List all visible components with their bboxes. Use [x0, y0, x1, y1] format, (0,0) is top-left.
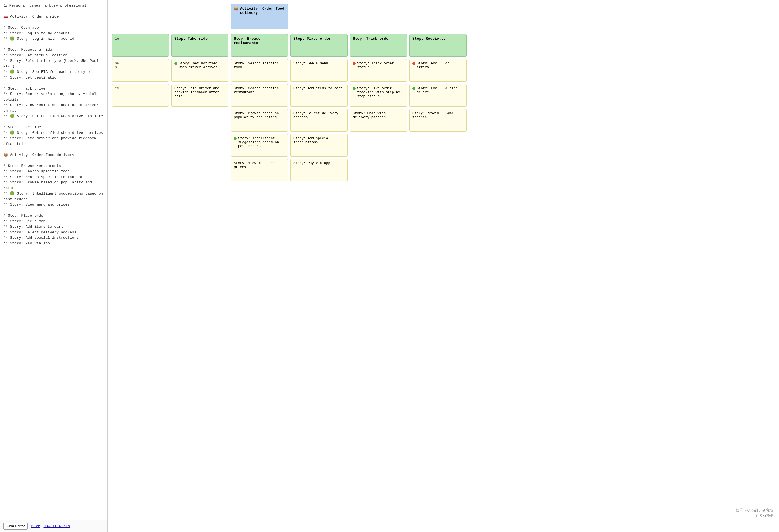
- story-partial-1: nen: [112, 59, 169, 82]
- col-partial-step: le: [111, 33, 170, 58]
- col-take-ride-story4: [170, 133, 230, 158]
- col-partial-story2: ed: [111, 83, 170, 108]
- step-take-ride: Step: Take ride: [171, 34, 229, 57]
- col-partial-story5: [111, 158, 170, 183]
- story-provide-feedback: Story: Provid... and feedbac...: [409, 109, 467, 132]
- story-search-specific-restaurant: Story: Search specific restaurant: [231, 84, 288, 107]
- watermark-line2: STORYMAP: [756, 514, 773, 518]
- step-track-order: Step: Track order: [350, 34, 407, 57]
- col-browse-story3: Story: Browse based on popularity and ra…: [230, 108, 289, 133]
- green-dot-icon: [174, 62, 177, 65]
- col-receive-step: Step: Receiv...: [408, 33, 468, 58]
- col-place-order-activity: [289, 3, 349, 33]
- story-track-order-status: Story: Track order status: [350, 59, 407, 82]
- save-link[interactable]: Save: [31, 524, 40, 528]
- story-view-menu-prices: Story: View menu and prices: [231, 159, 288, 181]
- story-browse-popularity: Story: Browse based on popularity and ra…: [231, 109, 288, 132]
- col-track-order-story1: Story: Track order status: [349, 58, 408, 83]
- col-browse-story1: Story: Search specific food: [230, 58, 289, 83]
- watermark-line1: 知乎 @无为设计研究所: [736, 508, 773, 513]
- col-receive-story1: Story: Foo... on arrival: [408, 58, 468, 83]
- col-track-order-story5: [349, 158, 408, 183]
- col-take-ride-story5: [170, 158, 230, 183]
- storymap: 📦 Activity: Order food delivery le Step:…: [108, 0, 779, 185]
- col-receive-story5: [408, 158, 468, 183]
- col-browse-story5: Story: View menu and prices: [230, 158, 289, 183]
- story-add-special-instructions: Story: Add special instructions: [290, 134, 348, 157]
- hide-editor-button[interactable]: Hide Editor: [3, 523, 28, 530]
- editor-panel: 🗂 Persona: James, a busy professional 🚗 …: [0, 0, 108, 532]
- col-browse-restaurants-activity: 📦 Activity: Order food delivery: [230, 3, 289, 33]
- col-partial-story1: nen: [111, 58, 170, 83]
- col-track-order-story2: Story: Live order tracking with step-by-…: [349, 83, 408, 108]
- col-partial-story4: [111, 133, 170, 158]
- col-take-ride-activity: [170, 3, 230, 33]
- col-take-ride-step: Step: Take ride: [170, 33, 230, 58]
- col-place-order-story3: Story: Select delivery address: [289, 108, 349, 133]
- story-foo-on-arrival: Story: Foo... on arrival: [409, 59, 467, 82]
- col-browse-story2: Story: Search specific restaurant: [230, 83, 289, 108]
- col-browse-story4: Story: Intelligent suggestions based on …: [230, 133, 289, 158]
- col-take-ride-story3: [170, 108, 230, 133]
- col-track-order-step: Step: Track order: [349, 33, 408, 58]
- col-receive-activity: [408, 3, 468, 33]
- col-receive-story3: Story: Provid... and feedbac...: [408, 108, 468, 133]
- watermark: 知乎 @无为设计研究所 STORYMAP: [736, 508, 773, 518]
- col-place-order-story1: Story: See a menu: [289, 58, 349, 83]
- story-select-delivery-address: Story: Select delivery address: [290, 109, 348, 132]
- step-receive: Step: Receiv...: [409, 34, 467, 57]
- col-track-order-activity: [349, 3, 408, 33]
- step-browse-restaurants: Step: Browse restaurants: [231, 34, 288, 57]
- col-place-order-step: Step: Place order: [289, 33, 349, 58]
- story-notified-driver-arrives: Story: Get notified when driver arrives: [171, 59, 229, 82]
- story-search-specific-food: Story: Search specific food: [231, 59, 288, 82]
- col-place-order-story5: Story: Pay via app: [289, 158, 349, 183]
- activity-label: Activity: Order food delivery: [240, 6, 285, 15]
- story-see-a-menu: Story: See a menu: [290, 59, 348, 82]
- green-dot-icon-3: [413, 87, 415, 90]
- story-live-order-tracking: Story: Live order tracking with step-by-…: [350, 84, 407, 107]
- red-dot-icon: [353, 62, 356, 65]
- food-delivery-icon: 📦: [234, 6, 238, 11]
- col-take-ride-story2: Story: Rate driver and provide feedback …: [170, 83, 230, 108]
- step-partial: le: [112, 34, 169, 57]
- story-foo-during-delivery: Story: Foo... during delive...: [409, 84, 467, 107]
- col-receive-story2: Story: Foo... during delive...: [408, 83, 468, 108]
- green-dot-icon-2: [353, 87, 356, 90]
- col-place-order-story2: Story: Add items to cart: [289, 83, 349, 108]
- col-place-order-story4: Story: Add special instructions: [289, 133, 349, 158]
- col-partial-story3: [111, 108, 170, 133]
- story-pay-via-app: Story: Pay via app: [290, 159, 348, 181]
- activity-order-food-delivery: 📦 Activity: Order food delivery: [231, 4, 288, 29]
- how-it-works-link[interactable]: How it works: [44, 524, 70, 528]
- story-rate-driver: Story: Rate driver and provide feedback …: [171, 84, 229, 107]
- story-intelligent-suggestions: Story: Intelligent suggestions based on …: [231, 134, 288, 157]
- story-add-items-to-cart: Story: Add items to cart: [290, 84, 348, 107]
- canvas-panel[interactable]: 📦 Activity: Order food delivery le Step:…: [108, 0, 779, 532]
- editor-textarea[interactable]: 🗂 Persona: James, a busy professional 🚗 …: [0, 0, 108, 520]
- red-dot-icon-2: [413, 62, 415, 65]
- col-track-order-story3: Story: Chat with delivery partner: [349, 108, 408, 133]
- col-track-order-story4: [349, 133, 408, 158]
- story-chat-with-delivery-partner: Story: Chat with delivery partner: [350, 109, 407, 132]
- editor-bottom-bar: Hide Editor Save How it works: [0, 520, 108, 532]
- story-partial-2: ed: [112, 84, 169, 107]
- col-browse-restaurants-step: Step: Browse restaurants: [230, 33, 289, 58]
- col-partial-activity: [111, 3, 170, 33]
- col-take-ride-story1: Story: Get notified when driver arrives: [170, 58, 230, 83]
- col-receive-story4: [408, 133, 468, 158]
- step-place-order: Step: Place order: [290, 34, 348, 57]
- green-dot-icon-4: [234, 137, 237, 140]
